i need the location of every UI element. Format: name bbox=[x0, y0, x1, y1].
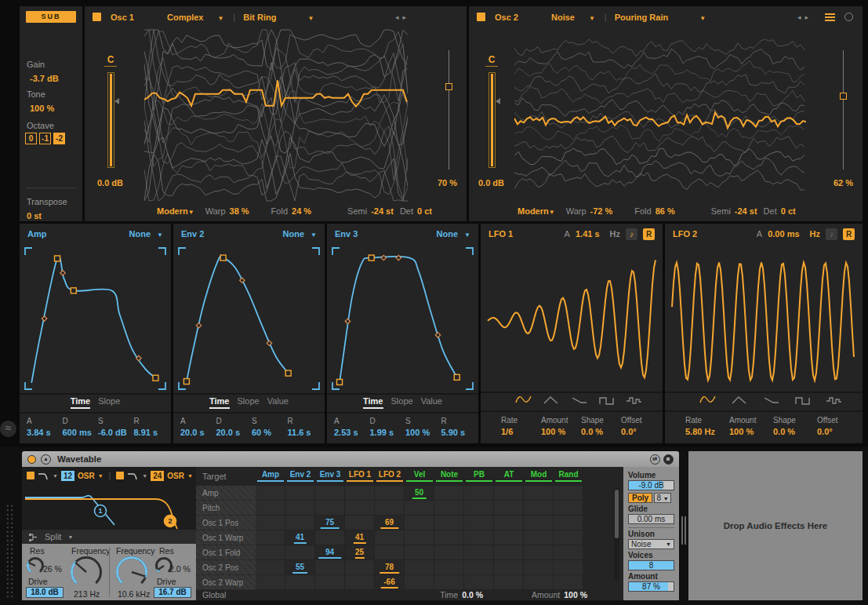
env-param-S[interactable]: S -6.0 dB bbox=[98, 417, 134, 437]
matrix-cell-empty[interactable] bbox=[256, 501, 285, 516]
lfo-shape-ramp-icon[interactable] bbox=[571, 395, 587, 405]
env-tab-value[interactable]: Value bbox=[421, 396, 442, 406]
osc-activator-swatch[interactable] bbox=[93, 13, 101, 21]
env-param-A[interactable]: A 2.53 s bbox=[334, 417, 370, 437]
matrix-cell-empty[interactable] bbox=[494, 545, 524, 560]
matrix-cell-empty[interactable] bbox=[256, 516, 285, 530]
device-drag-handle[interactable] bbox=[5, 504, 15, 600]
osc-gain-value[interactable]: 0.0 dB bbox=[97, 178, 123, 188]
lfo-shape-triangle-icon[interactable] bbox=[543, 395, 559, 405]
matrix-col-pb[interactable]: PB bbox=[464, 467, 494, 486]
lfo-hz-toggle[interactable]: Hz bbox=[610, 229, 620, 239]
matrix-cell-empty[interactable] bbox=[375, 545, 405, 560]
lfo-param-offset[interactable]: Offset 0.0° bbox=[621, 416, 661, 436]
matrix-cell-empty[interactable] bbox=[434, 530, 464, 545]
matrix-cell-empty[interactable] bbox=[494, 530, 524, 545]
tone-value[interactable]: 100 % bbox=[30, 104, 54, 113]
semi-value[interactable]: -24 st bbox=[371, 206, 394, 216]
voices-slider[interactable]: 8 bbox=[628, 560, 674, 570]
matrix-cell-empty[interactable] bbox=[524, 486, 554, 501]
env-curve-display[interactable] bbox=[176, 246, 321, 392]
warp-value[interactable]: 38 % bbox=[230, 206, 249, 216]
warp-mode-select[interactable]: Modern▼ bbox=[518, 206, 555, 216]
matrix-cell-empty[interactable] bbox=[256, 530, 285, 545]
matrix-cell[interactable]: 50 bbox=[405, 486, 434, 501]
filter2-type-icon[interactable] bbox=[127, 472, 139, 480]
modulation-matrix-icon[interactable]: ≈ bbox=[0, 421, 16, 437]
lfo-param-offset[interactable]: Offset 0.0° bbox=[817, 416, 861, 436]
drive2-value[interactable]: 16.7 dB bbox=[154, 587, 191, 598]
lfo-wave-display[interactable] bbox=[484, 247, 659, 390]
lfo-param-amount[interactable]: Amount 100 % bbox=[541, 416, 581, 436]
lfo-shape-random-icon[interactable] bbox=[826, 395, 842, 405]
matrix-col-env2[interactable]: Env 2 bbox=[285, 467, 315, 486]
filter-response-display[interactable]: 12 bbox=[22, 484, 196, 530]
lfo-param-rate[interactable]: Rate 5.80 Hz bbox=[685, 416, 729, 436]
filter1-slope[interactable]: 12 bbox=[61, 471, 74, 481]
wave-position-track[interactable] bbox=[843, 50, 844, 169]
env-param-D[interactable]: D 20.0 s bbox=[216, 417, 252, 437]
lfo-attack-value[interactable]: 0.00 ms bbox=[768, 229, 799, 239]
detune-value[interactable]: 0 ct bbox=[781, 206, 796, 216]
filter1-circuit-dropdown-icon[interactable]: ▼ bbox=[98, 473, 104, 479]
device-on-led[interactable] bbox=[27, 455, 36, 464]
fold-value[interactable]: 24 % bbox=[292, 206, 311, 216]
env-mod-route-select[interactable]: None▼ bbox=[437, 229, 470, 239]
matrix-col-amp[interactable]: Amp bbox=[256, 467, 285, 486]
matrix-col-at[interactable]: AT bbox=[494, 467, 524, 486]
lfo-shape-square-icon[interactable] bbox=[794, 395, 811, 405]
matrix-col-rand[interactable]: Rand bbox=[554, 467, 583, 486]
matrix-cell-empty[interactable] bbox=[494, 516, 524, 530]
matrix-col-lfo2[interactable]: LFO 2 bbox=[375, 467, 405, 486]
env-tab-value[interactable]: Value bbox=[267, 396, 289, 406]
gain-value[interactable]: -3.7 dB bbox=[30, 74, 59, 83]
filter2-freq-knob[interactable] bbox=[114, 555, 149, 589]
matrix-col-env3[interactable]: Env 3 bbox=[315, 467, 345, 486]
env-param-D[interactable]: D 1.99 s bbox=[370, 417, 406, 437]
osc-wavetable-display[interactable] bbox=[514, 38, 806, 191]
matrix-cell-empty[interactable] bbox=[434, 560, 464, 575]
matrix-cell[interactable]: 75 bbox=[315, 516, 345, 530]
filter1-freq-knob[interactable] bbox=[69, 555, 104, 589]
routing-dropdown-icon[interactable]: ▼ bbox=[67, 534, 73, 540]
osc-activator-swatch[interactable] bbox=[477, 13, 485, 21]
matrix-col-lfo1[interactable]: LFO 1 bbox=[345, 467, 375, 486]
matrix-cell-empty[interactable] bbox=[315, 560, 345, 575]
osc-category-select[interactable]: Complex▼ bbox=[167, 13, 223, 22]
matrix-cell-empty[interactable] bbox=[494, 560, 524, 575]
matrix-cell-empty[interactable] bbox=[405, 560, 434, 575]
matrix-cell-empty[interactable] bbox=[256, 486, 285, 501]
lfo-param-amount[interactable]: Amount 100 % bbox=[729, 416, 773, 436]
env-param-R[interactable]: R 11.6 s bbox=[288, 417, 324, 437]
env-tab-slope[interactable]: Slope bbox=[238, 396, 260, 406]
lfo-retrigger-button[interactable]: R bbox=[643, 228, 655, 240]
matrix-cell-empty[interactable] bbox=[345, 486, 375, 501]
matrix-cell-empty[interactable] bbox=[464, 560, 494, 575]
filter1-type-dropdown-icon[interactable]: ▼ bbox=[53, 473, 58, 479]
filter2-slope[interactable]: 24 bbox=[151, 471, 164, 481]
matrix-cell-empty[interactable] bbox=[375, 486, 405, 501]
matrix-cell-empty[interactable] bbox=[405, 530, 434, 545]
filter2-toggle[interactable] bbox=[116, 472, 124, 479]
filter-routing-row[interactable]: Split ▼ bbox=[22, 530, 196, 544]
drive1-value[interactable]: 18.0 dB bbox=[26, 587, 64, 598]
wave-position-handle[interactable] bbox=[445, 83, 452, 90]
env-param-R[interactable]: R 8.91 s bbox=[134, 417, 170, 437]
matrix-col-mod[interactable]: Mod bbox=[524, 467, 554, 486]
hot-swap-icon[interactable]: ⇄ bbox=[650, 454, 660, 465]
matrix-cell-empty[interactable] bbox=[554, 486, 583, 501]
env-tab-slope[interactable]: Slope bbox=[98, 396, 120, 406]
matrix-cell-empty[interactable] bbox=[524, 501, 554, 516]
routing-mode[interactable]: Split bbox=[45, 532, 61, 541]
osc-gain-slider[interactable] bbox=[488, 72, 496, 168]
octave-button--2[interactable]: -2 bbox=[53, 133, 65, 144]
matrix-col-note[interactable]: Note bbox=[434, 467, 464, 486]
matrix-cell-empty[interactable] bbox=[494, 501, 524, 516]
semi-value[interactable]: -24 st bbox=[735, 206, 757, 216]
fold-value[interactable]: 86 % bbox=[656, 206, 675, 216]
lfo-attack-value[interactable]: 1.41 s bbox=[576, 229, 600, 239]
lfo-shape-triangle-icon[interactable] bbox=[731, 395, 747, 405]
save-preset-icon[interactable] bbox=[663, 454, 674, 465]
matrix-cell-empty[interactable] bbox=[405, 516, 434, 530]
matrix-cell[interactable]: 69 bbox=[375, 516, 405, 530]
